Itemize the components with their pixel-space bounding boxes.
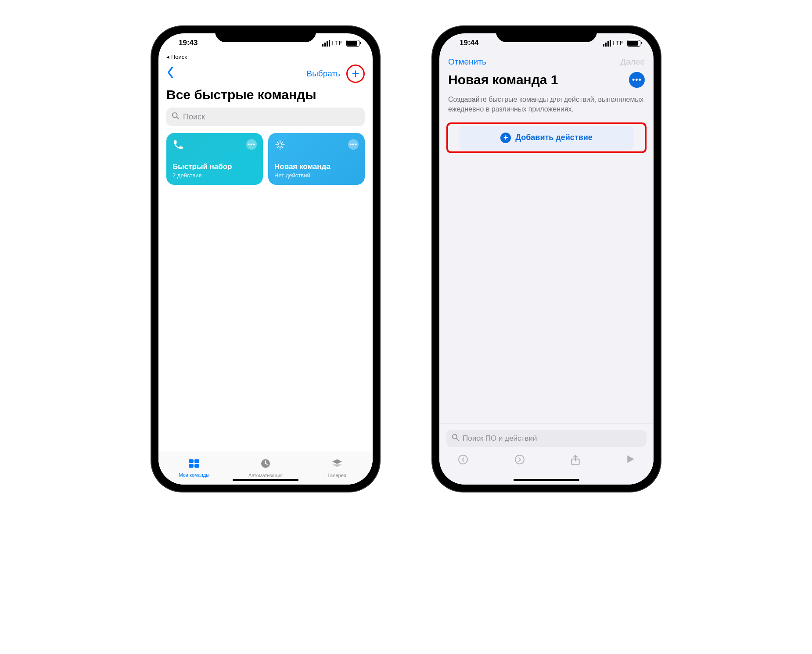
status-right: LTE [603,40,640,47]
add-action-highlight: + Добавить действие [446,122,647,153]
home-indicator[interactable] [514,479,579,481]
status-time: 19:43 [172,39,198,47]
phone-frame-right: 19:44 LTE Отменить Далее Новая команда 1… [432,26,661,492]
run-button[interactable] [626,454,635,468]
tab-label: Мои команды [179,472,209,478]
shortcut-card[interactable]: ••• Новая команда Нет действий [268,133,365,185]
nav-bar: Выбрать + [158,63,373,87]
battery-icon [346,40,359,47]
home-indicator[interactable] [233,479,298,481]
breadcrumb-chevron-icon: ◂ [166,54,169,60]
screen-right: 19:44 LTE Отменить Далее Новая команда 1… [439,33,654,485]
add-action-button[interactable]: + Добавить действие [459,126,634,150]
network-label: LTE [613,40,624,47]
add-button-highlight: + [346,65,365,83]
signal-icon [603,40,611,47]
search-placeholder: Поиск [183,112,205,122]
card-subtitle: 2 действия [172,172,257,179]
card-title: Новая команда [274,162,359,171]
shortcuts-grid: ••• Быстрый набор 2 действия ••• Новая к… [158,126,373,192]
card-menu-button[interactable]: ••• [246,139,257,150]
notch [215,26,316,42]
layers-icon [331,458,343,471]
modal-nav: Отменить Далее [439,53,654,70]
magic-icon [274,139,286,153]
svg-rect-10 [189,459,194,463]
card-menu-button[interactable]: ••• [348,139,359,150]
card-subtitle: Нет действий [274,172,359,179]
svg-point-15 [453,435,457,439]
chevron-left-icon [166,66,174,79]
undo-button[interactable] [458,454,468,468]
search-icon [452,434,459,443]
svg-line-6 [277,142,279,144]
tab-label: Галерея [328,473,346,478]
svg-line-1 [177,117,179,119]
card-title: Быстрый набор [172,162,257,171]
tab-label: Автоматизация [248,473,283,478]
action-search-placeholder: Поиск ПО и действий [463,434,537,443]
back-button[interactable] [166,66,174,82]
plus-circle-icon: + [500,133,511,143]
search-icon [172,112,180,122]
title-row: Новая команда 1 ••• [439,70,654,92]
clock-icon [260,458,271,471]
page-title: Все быстрые команды [158,87,373,108]
network-label: LTE [332,40,343,47]
svg-point-0 [172,112,177,117]
phone-frame-left: 19:43 LTE ◂ Поиск Выбрать + Все быстрые … [151,26,380,492]
svg-rect-13 [194,464,199,468]
svg-rect-11 [194,459,199,463]
tab-gallery[interactable]: Галерея [301,451,373,485]
redo-button[interactable] [514,454,525,468]
shortcut-title: Новая команда 1 [448,72,558,87]
settings-button[interactable]: ••• [629,72,645,88]
share-button[interactable] [571,454,580,468]
grid-icon [188,459,200,471]
svg-line-16 [456,438,458,440]
svg-line-9 [281,142,283,144]
svg-rect-12 [189,464,194,468]
action-search-input[interactable]: Поиск ПО и действий [446,430,647,447]
breadcrumb-label: Поиск [171,54,187,60]
battery-icon [627,40,640,47]
cancel-button[interactable]: Отменить [448,57,486,67]
svg-point-17 [459,455,467,464]
next-button[interactable]: Далее [620,57,645,67]
dots-icon: ••• [632,75,642,85]
signal-icon [322,40,330,47]
search-input[interactable]: Поиск [166,108,365,126]
notch [496,26,597,42]
status-time: 19:44 [453,39,478,47]
select-button[interactable]: Выбрать [306,69,340,79]
screen-left: 19:43 LTE ◂ Поиск Выбрать + Все быстрые … [158,33,373,485]
svg-line-8 [277,146,279,147]
bottom-sheet[interactable]: Поиск ПО и действий [439,423,654,485]
editor-toolbar [446,447,647,480]
breadcrumb[interactable]: ◂ Поиск [158,53,373,63]
svg-point-18 [515,455,524,464]
shortcut-card[interactable]: ••• Быстрый набор 2 действия [166,133,263,185]
add-action-label: Добавить действие [515,133,593,142]
status-right: LTE [322,40,359,47]
svg-line-7 [281,146,283,147]
description-text: Создавайте быстрые команды для действий,… [439,92,654,122]
phone-icon [172,139,184,153]
add-shortcut-button[interactable]: + [352,68,359,79]
tab-my-shortcuts[interactable]: Мои команды [158,451,230,485]
